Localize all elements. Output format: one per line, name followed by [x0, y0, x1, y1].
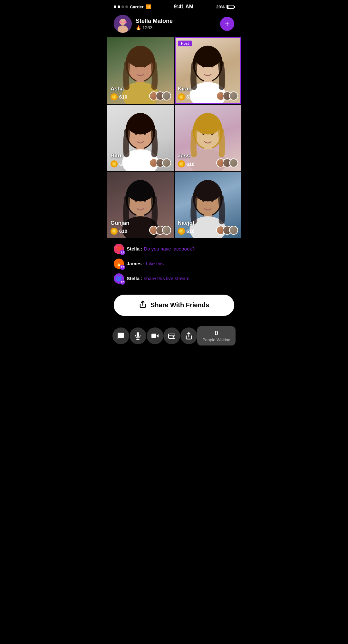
svg-point-19 [194, 47, 221, 67]
score-value: 1263 [142, 25, 152, 30]
chat-button[interactable] [112, 327, 130, 344]
wallet-button[interactable] [163, 327, 180, 344]
video-cell-ritu[interactable]: Ritu 🪙 610 [107, 105, 174, 171]
chat-badge-msg3: 12 [120, 279, 125, 285]
cell-avatars-gunjan [149, 226, 171, 235]
coin-icon-ritu: 🪙 [111, 160, 118, 167]
wallet-icon [168, 332, 176, 340]
signal-dot-4 [125, 5, 128, 8]
cell-name-asha: Asha [111, 86, 124, 92]
coin-icon-kiran: 🪙 [178, 93, 185, 100]
svg-point-47 [194, 182, 221, 202]
coin-value-ritu: 610 [119, 161, 127, 167]
share-icon-circle [180, 327, 197, 344]
svg-rect-4 [124, 21, 127, 23]
wallet-icon-circle [163, 327, 180, 344]
video-cell-jass[interactable]: Jass 🪙 610 [175, 105, 241, 171]
mic-button[interactable] [130, 327, 147, 344]
mini-avatar-3-kiran [229, 91, 238, 100]
cell-coins-ritu: 🪙 610 [111, 160, 127, 167]
avatar-image [114, 15, 132, 33]
profile-score: 🔥 1263 [136, 25, 216, 30]
profile-name: Stella Malone [136, 18, 216, 24]
chat-username-msg1: Stella : [127, 246, 144, 251]
video-cell-navjot[interactable]: Navjot 🪙 610 [175, 172, 241, 238]
cell-avatars-navjot [216, 226, 238, 235]
cell-coins-asha: 🪙 610 [111, 93, 127, 100]
status-time: 9:41 AM [174, 4, 193, 10]
signal-dot-2 [118, 5, 120, 8]
add-button[interactable]: + [220, 17, 234, 31]
battery-percent: 20% [216, 5, 225, 9]
signal-dot-3 [121, 5, 124, 8]
add-icon: + [225, 19, 229, 28]
mic-icon [134, 332, 142, 340]
svg-rect-3 [119, 21, 122, 23]
video-icon-circle [147, 327, 163, 344]
share-icon [139, 300, 147, 310]
svg-point-53 [173, 336, 174, 337]
battery-icon [227, 5, 234, 9]
chat-icon [117, 332, 125, 340]
video-cell-gunjan[interactable]: Gunjan 🪙 610 [107, 172, 174, 238]
host-badge: Host [178, 41, 192, 46]
chat-section: ❤️ 12 Stella : Do you have facebook? 🔥 1… [107, 238, 241, 291]
video-button[interactable] [146, 327, 163, 344]
mini-avatar-3-navjot [229, 226, 238, 235]
coin-value-kiran: 610 [187, 94, 195, 99]
chat-avatar-msg1: ❤️ 12 [114, 244, 124, 254]
mini-avatar-3-gunjan [162, 226, 171, 235]
share-button-label: Share With Friends [150, 301, 209, 309]
chat-badge-msg2: 12 [120, 265, 125, 270]
waiting-label: People Waiting [202, 337, 230, 342]
coin-icon-jass: 🪙 [178, 160, 185, 167]
chat-avatar-msg3: 🌀 12 [114, 273, 124, 284]
mini-avatar-3-asha [162, 91, 171, 100]
chat-username-msg2: James : [127, 261, 146, 266]
cell-avatars-asha [149, 91, 171, 100]
chat-message-msg1: ❤️ 12 Stella : Do you have facebook? [114, 244, 234, 254]
chat-avatar-msg2: 🔥 12 [114, 259, 124, 269]
status-right: 20% [216, 5, 234, 9]
people-waiting-box: 0 People Waiting [197, 326, 236, 346]
share-section: Share With Friends [107, 291, 241, 322]
chat-message-msg3: 🌀 12 Stella : share this live stream [114, 273, 234, 284]
chat-text-msg2: James : Like this [127, 261, 164, 266]
carrier-label: Carrier [130, 5, 144, 9]
profile-header: Stella Malone 🔥 1263 + [107, 12, 241, 37]
cell-coins-navjot: 🪙 610 [178, 228, 195, 235]
share-with-friends-button[interactable]: Share With Friends [114, 295, 234, 316]
svg-point-2 [118, 25, 128, 33]
chat-message-content-msg1: Do you have facebook? [144, 246, 195, 251]
cell-coins-gunjan: 🪙 610 [111, 228, 127, 235]
coin-value-navjot: 610 [187, 228, 195, 234]
chat-message-content-msg3: share this live stream [144, 276, 189, 281]
cell-avatars-kiran [216, 91, 238, 100]
cell-avatars-ritu [149, 158, 171, 167]
coin-icon-navjot: 🪙 [178, 228, 185, 235]
signal-dot-1 [114, 5, 116, 8]
cell-name-kiran: Kiran [178, 86, 192, 92]
chat-text-msg3: Stella : share this live stream [127, 276, 189, 281]
video-cell-kiran[interactable]: Host Kira [175, 37, 241, 104]
signal-dots [114, 5, 128, 8]
video-icon [151, 332, 159, 340]
chat-text-msg1: Stella : Do you have facebook? [127, 246, 195, 251]
coin-value-gunjan: 610 [119, 228, 127, 234]
video-grid: Asha 🪙 610 Host [107, 37, 241, 238]
video-cell-asha[interactable]: Asha 🪙 610 [107, 37, 174, 104]
chat-icon-circle [112, 327, 129, 344]
mic-icon-circle [130, 327, 146, 344]
mini-avatar-3-ritu [162, 158, 171, 167]
chat-username-msg3: Stella : [127, 276, 144, 281]
share-button[interactable] [180, 327, 197, 344]
cell-coins-jass: 🪙 610 [178, 160, 195, 167]
chat-message-msg2: 🔥 12 James : Like this [114, 259, 234, 269]
cell-name-ritu: Ritu [111, 153, 121, 159]
svg-point-12 [127, 47, 154, 67]
cell-avatars-jass [216, 158, 238, 167]
bottom-bar: 0 People Waiting [107, 322, 241, 353]
chat-badge-msg1: 12 [120, 250, 125, 255]
wifi-icon: 📶 [146, 4, 151, 9]
profile-info: Stella Malone 🔥 1263 [136, 18, 216, 30]
